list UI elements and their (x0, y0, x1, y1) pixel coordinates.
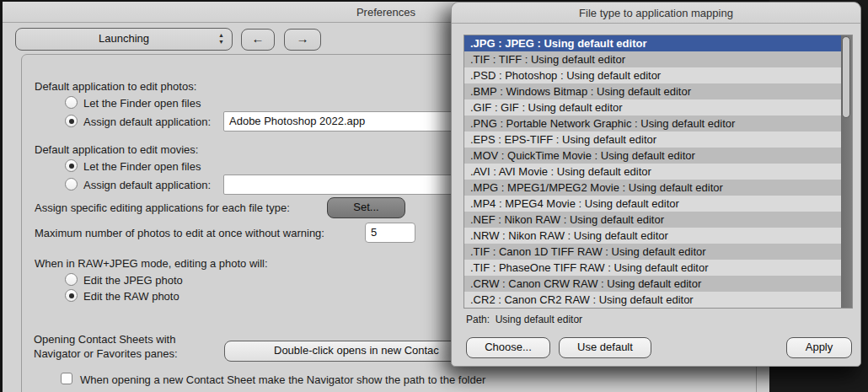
contact-sheets-label-line1: Opening Contact Sheets with (34, 333, 175, 346)
raw-jpeg-section-label: When in RAW+JPEG mode, editing a photo w… (35, 257, 268, 270)
edit-raw-radio-label[interactable]: Edit the RAW photo (83, 290, 179, 303)
choose-button[interactable]: Choose... (466, 337, 550, 358)
file-type-row[interactable]: .PSD : Photoshop : Using default editor (464, 67, 843, 83)
list-scrollbar-thumb[interactable] (842, 36, 850, 118)
file-mapping-dialog-title: File type to application mapping (579, 7, 733, 19)
use-default-button-label: Use default (577, 341, 633, 353)
use-default-button[interactable]: Use default (559, 337, 651, 358)
file-mapping-dialog: File type to application mapping .JPG : … (451, 2, 861, 367)
forward-button[interactable]: → (284, 29, 321, 51)
file-type-row[interactable]: .NRW : Nikon RAW : Using default editor (464, 228, 843, 244)
photos-finder-radio[interactable] (65, 96, 78, 109)
set-button[interactable]: Set... (327, 197, 405, 218)
file-type-row[interactable]: .EPS : EPS-TIFF : Using default editor (464, 132, 843, 148)
file-type-row[interactable]: .TIF : TIFF : Using default editor (464, 51, 843, 67)
file-type-list: .JPG : JPEG : Using default editor.TIF :… (463, 35, 853, 309)
file-type-row[interactable]: .CR2 : Canon CR2 RAW : Using default edi… (464, 292, 843, 308)
photos-assign-radio[interactable] (65, 115, 78, 127)
edit-jpeg-radio-label[interactable]: Edit the JPEG photo (83, 274, 183, 287)
max-photos-label: Maximum number of photos to edit at once… (35, 227, 324, 239)
movies-assign-radio-label[interactable]: Assign default application: (83, 179, 211, 191)
file-type-row[interactable]: .PNG : Portable Network Graphic : Using … (464, 115, 843, 132)
apply-button[interactable]: Apply (786, 337, 852, 358)
edit-raw-radio[interactable] (65, 289, 78, 302)
file-type-row[interactable]: .BMP : Windows Bitmap : Using default ed… (464, 83, 843, 99)
list-scrollbar[interactable] (841, 35, 852, 308)
section-popup[interactable]: Launching ▲▼ (15, 28, 233, 51)
contact-sheets-label-line2: Navigator or Favorites panes: (34, 347, 178, 360)
file-mapping-dialog-titlebar[interactable]: File type to application mapping (452, 3, 860, 24)
movies-finder-radio[interactable] (65, 159, 78, 172)
photos-finder-radio-label[interactable]: Let the Finder open files (83, 97, 201, 110)
file-type-row[interactable]: .MOV : QuickTime Movie : Using default e… (464, 148, 843, 164)
contact-sheet-dropdown-value: Double-click opens in new Contac (274, 344, 439, 357)
forward-arrow-icon: → (297, 31, 309, 46)
section-popup-value: Launching (99, 32, 149, 45)
popup-stepper-icon: ▲▼ (218, 32, 224, 46)
path-row: Path: Using default editor (466, 314, 582, 325)
max-photos-field[interactable]: 5 (365, 223, 415, 243)
file-type-list-rows: .JPG : JPEG : Using default editor.TIF :… (464, 35, 843, 308)
file-type-row[interactable]: .NEF : Nikon RAW : Using default editor (464, 212, 843, 228)
movies-section-label: Default application to edit movies: (35, 143, 198, 156)
navigator-path-checkbox[interactable] (61, 373, 72, 384)
edit-jpeg-radio[interactable] (65, 273, 78, 286)
movies-finder-radio-label[interactable]: Let the Finder open files (83, 160, 201, 173)
file-type-row[interactable]: .AVI : AVI Movie : Using default editor (464, 164, 843, 180)
photos-section-label: Default application to edit photos: (35, 80, 196, 93)
file-type-row[interactable]: .MP4 : MPEG4 Movie : Using default edito… (464, 196, 843, 212)
set-button-label: Set... (353, 201, 378, 213)
path-label: Path: (466, 314, 490, 325)
file-type-row[interactable]: .TIF : Canon 1D TIFF RAW : Using default… (464, 244, 843, 260)
photos-assign-radio-label[interactable]: Assign default application: (83, 115, 211, 128)
choose-button-label: Choose... (485, 341, 532, 353)
file-type-row[interactable]: .CRW : Canon CRW RAW : Using default edi… (464, 276, 843, 292)
navigator-path-checkbox-label[interactable]: When opening a new Contact Sheet make th… (80, 373, 485, 386)
assign-per-type-label: Assign specific editing applications for… (35, 201, 290, 214)
file-type-row[interactable]: .TIF : PhaseOne TIFF RAW : Using default… (464, 260, 843, 276)
apply-button-label: Apply (806, 341, 833, 353)
file-type-row[interactable]: .JPG : JPEG : Using default editor (464, 35, 843, 51)
preferences-title: Preferences (356, 6, 415, 19)
path-value: Using default editor (496, 314, 582, 325)
movies-assign-radio[interactable] (65, 178, 78, 191)
back-arrow-icon: ← (252, 31, 265, 46)
screen: Preferences Launching ▲▼ ← → Default app… (0, 0, 868, 392)
back-button[interactable]: ← (241, 29, 275, 51)
file-type-row[interactable]: .MPG : MPEG1/MPEG2 Movie : Using default… (464, 180, 843, 196)
file-type-row[interactable]: .GIF : GIF : Using default editor (464, 99, 843, 115)
